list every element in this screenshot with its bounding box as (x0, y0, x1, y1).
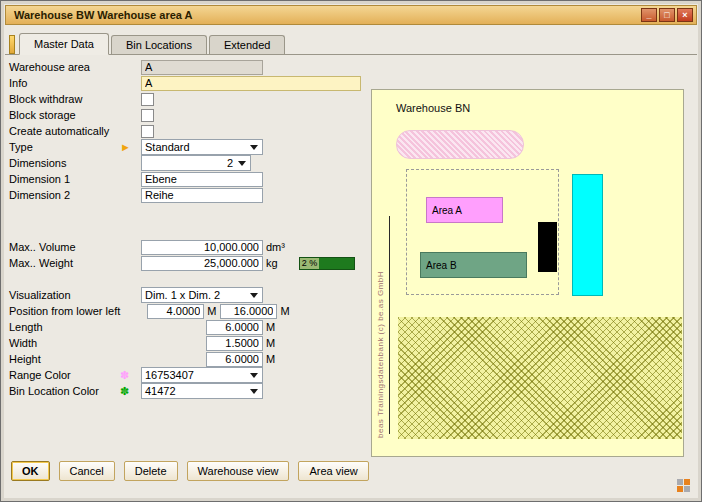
ok-button[interactable]: OK (11, 461, 50, 481)
max-weight-unit: kg (266, 257, 278, 269)
crosshatched-storage-zone (398, 317, 682, 439)
info-label: Info (9, 77, 114, 89)
info-row: Info (9, 75, 365, 91)
window-title: Warehouse BW Warehouse area A (14, 9, 641, 21)
block-storage-checkbox[interactable] (141, 109, 154, 122)
create-automatically-checkbox[interactable] (141, 125, 154, 138)
height-label: Height (9, 353, 114, 365)
block-withdraw-checkbox[interactable] (141, 93, 154, 106)
capacity-percentage: 2 % (300, 258, 320, 269)
dimensions-label: Dimensions (9, 157, 114, 169)
type-label: Type (9, 141, 114, 153)
width-input[interactable] (206, 336, 263, 351)
max-weight-input[interactable] (141, 256, 263, 271)
width-unit: M (266, 337, 275, 349)
warehouse-area-label: Warehouse area (9, 61, 114, 73)
length-input[interactable] (206, 320, 263, 335)
dimensions-value: 2 (142, 157, 236, 169)
dimension1-input[interactable] (141, 172, 263, 187)
block-withdraw-row: Block withdraw (9, 91, 365, 107)
create-automatically-row: Create automatically (9, 123, 365, 139)
type-row: Type ► Standard (9, 139, 365, 155)
cyan-rack-block[interactable] (572, 174, 603, 296)
delete-button[interactable]: Delete (124, 461, 178, 481)
height-row: Height M (9, 351, 365, 367)
height-unit: M (266, 353, 275, 365)
height-input[interactable] (206, 352, 263, 367)
length-unit: M (266, 321, 275, 333)
close-icon[interactable]: × (677, 8, 693, 22)
type-select[interactable]: Standard (141, 139, 263, 155)
chevron-down-icon (250, 373, 258, 378)
chevron-down-icon (250, 293, 258, 298)
type-value: Standard (142, 141, 248, 153)
link-arrow-icon[interactable]: ► (120, 142, 131, 153)
position-x-input[interactable] (147, 304, 204, 319)
area-b-label: Area B (426, 260, 457, 271)
width-label: Width (9, 337, 114, 349)
tab-strip: Master Data Bin Locations Extended (5, 32, 697, 55)
dimension2-row: Dimension 2 (9, 187, 365, 203)
hatched-pink-zone (396, 130, 524, 159)
bin-location-color-select[interactable]: 41472 (141, 383, 263, 399)
visualization-value: Dim. 1 x Dim. 2 (142, 289, 248, 301)
warehouse-area-input (141, 60, 263, 75)
dimensions-row: Dimensions 2 (9, 155, 365, 171)
range-color-value: 16753407 (142, 369, 248, 381)
bin-location-color-swatch-icon: ✽ (120, 386, 129, 397)
visualization-select[interactable]: Dim. 1 x Dim. 2 (141, 287, 263, 303)
area-a-block[interactable]: Area A (426, 197, 503, 223)
cancel-button[interactable]: Cancel (59, 461, 115, 481)
warehouse-view-button[interactable]: Warehouse view (187, 461, 290, 481)
footer-button-bar: OK Cancel Delete Warehouse view Area vie… (11, 461, 369, 481)
capacity-bar: 2 % (299, 257, 355, 270)
dimension2-label: Dimension 2 (9, 189, 114, 201)
tab-bin-locations[interactable]: Bin Locations (111, 35, 207, 54)
create-automatically-label: Create automatically (9, 125, 114, 137)
dimension2-input[interactable] (141, 188, 263, 203)
chevron-down-icon (250, 389, 258, 394)
bin-location-color-value: 41472 (142, 385, 248, 397)
tab-master-data[interactable]: Master Data (19, 33, 109, 55)
max-volume-input[interactable] (141, 240, 263, 255)
dimension1-label: Dimension 1 (9, 173, 114, 185)
info-input[interactable] (141, 76, 361, 91)
watermark-text: beas Trainingsdatenbank (c) be.as GmbH (376, 216, 385, 438)
minimize-icon[interactable]: _ (641, 8, 657, 22)
visualization-label: Visualization (9, 289, 114, 301)
tab-accent-bar (9, 35, 15, 54)
position-y-input[interactable] (220, 304, 277, 319)
area-b-block[interactable]: Area B (420, 252, 527, 278)
pillar-block (538, 222, 557, 272)
bin-location-color-row: Bin Location Color ✽ 41472 (9, 383, 365, 399)
position-x-unit: M (207, 305, 216, 317)
range-color-select[interactable]: 16753407 (141, 367, 263, 383)
position-y-unit: M (280, 305, 289, 317)
titlebar[interactable]: Warehouse BW Warehouse area A _ □ × (5, 5, 697, 25)
length-label: Length (9, 321, 114, 333)
warehouse-area-row: Warehouse area (9, 59, 365, 75)
warehouse-canvas-title: Warehouse BN (396, 102, 470, 114)
maximize-icon[interactable]: □ (659, 8, 675, 22)
visualization-row: Visualization Dim. 1 x Dim. 2 (9, 287, 365, 303)
range-color-row: Range Color ✽ 16753407 (9, 367, 365, 383)
max-weight-row: Max.. Weight kg 2 % (9, 255, 365, 271)
position-row: Position from lower left M M (9, 303, 365, 319)
warehouse-visualization-canvas[interactable]: Warehouse BN Area A Area B beas Training… (371, 89, 684, 457)
dimensions-select[interactable]: 2 (141, 155, 251, 171)
master-data-form: Warehouse area Info Block withdraw Block… (9, 59, 365, 399)
block-withdraw-label: Block withdraw (9, 93, 114, 105)
position-label: Position from lower left (9, 305, 120, 317)
window-controls: _ □ × (641, 8, 693, 22)
tab-extended[interactable]: Extended (209, 35, 285, 54)
area-a-label: Area A (432, 205, 462, 216)
dimension1-row: Dimension 1 (9, 171, 365, 187)
chevron-down-icon (250, 145, 258, 150)
wall-line (389, 216, 390, 434)
chevron-down-icon (238, 161, 246, 166)
width-row: Width M (9, 335, 365, 351)
area-view-button[interactable]: Area view (298, 461, 368, 481)
length-row: Length M (9, 319, 365, 335)
max-volume-unit: dm³ (266, 241, 285, 253)
layout-grid-icon[interactable] (677, 479, 692, 494)
